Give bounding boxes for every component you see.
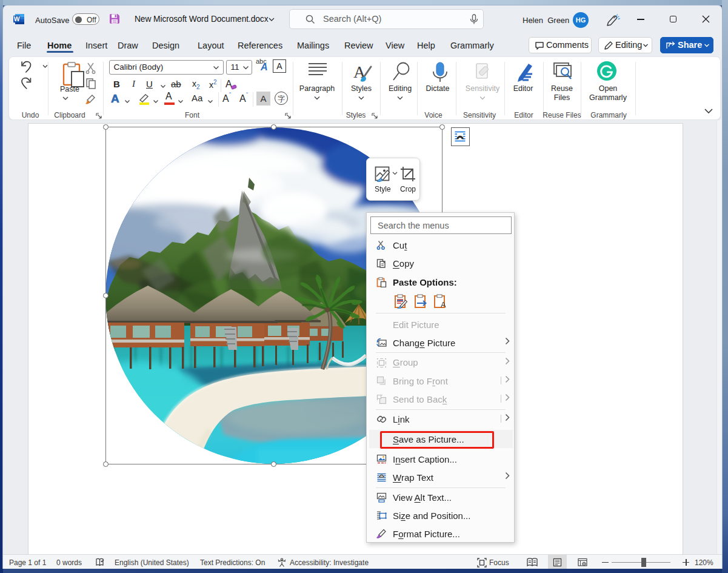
svg-text:A: A bbox=[441, 300, 446, 309]
svg-text:W: W bbox=[14, 15, 20, 22]
